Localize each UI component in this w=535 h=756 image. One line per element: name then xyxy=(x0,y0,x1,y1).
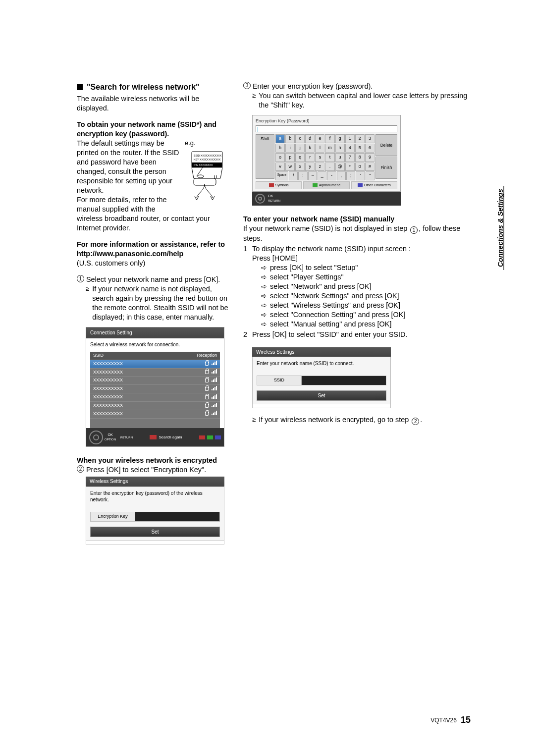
keyboard-key[interactable]: x xyxy=(295,162,305,171)
keyboard-key[interactable]: q xyxy=(295,153,305,162)
keyboard-key[interactable]: n xyxy=(335,144,345,153)
encryption-key-field[interactable] xyxy=(135,512,220,522)
step-3-text: Enter your encryption key (password). xyxy=(253,82,373,91)
color-buttons-icon xyxy=(199,435,221,439)
step-2-text: Press [OK] to select "Encryption Key". xyxy=(86,465,206,475)
keyboard-key[interactable]: : xyxy=(298,171,307,180)
keyboard-key[interactable]: z xyxy=(315,162,324,171)
step-1-sub: If your network name is not displayed, s… xyxy=(92,284,229,322)
keyboard-key[interactable]: / xyxy=(289,171,298,180)
delete-key[interactable]: Delete xyxy=(375,134,397,157)
tab-symbols[interactable]: Symbols xyxy=(256,181,302,189)
sub-step: press [OK] to select "Setup" xyxy=(270,263,358,272)
keyboard-key[interactable]: 7 xyxy=(345,153,355,162)
keyboard-key[interactable]: s xyxy=(315,153,324,162)
screen-prompt: Select a wireless network for connection… xyxy=(90,341,220,348)
tab-other[interactable]: Other Characters xyxy=(351,181,397,189)
section-tab: Connections & Settings xyxy=(496,186,504,270)
step-3-sub: You can switch between capital and lower… xyxy=(259,91,471,110)
keyboard-key[interactable]: f xyxy=(325,134,334,143)
keyboard-key[interactable]: 9 xyxy=(365,153,374,162)
keyboard-key[interactable]: 2 xyxy=(355,134,365,143)
page-footer: VQT4V26 15 xyxy=(430,715,471,725)
keyboard-key[interactable]: y xyxy=(305,162,315,171)
ssid-field[interactable] xyxy=(301,376,386,385)
keyboard-key[interactable]: Space xyxy=(275,171,288,180)
set-button[interactable]: Set xyxy=(90,527,220,537)
doc-code: VQT4V26 xyxy=(430,717,457,724)
intro-text: The available wireless networks will be … xyxy=(77,94,229,113)
dpad-icon xyxy=(89,431,103,444)
keyboard-key[interactable]: ; xyxy=(346,171,355,180)
keyboard-key[interactable]: - xyxy=(327,171,336,180)
keyboard-key[interactable]: j xyxy=(295,144,305,153)
lock-icon xyxy=(205,362,209,366)
arrow-icon: ➪ xyxy=(261,320,267,329)
encr-note: If your wireless network is encrypted, g… xyxy=(259,415,471,425)
arrow-icon: ➪ xyxy=(261,263,267,272)
keyboard-key[interactable]: d xyxy=(305,134,315,143)
keyboard-key[interactable]: , xyxy=(337,171,346,180)
keyboard-key[interactable]: 4 xyxy=(345,144,355,153)
svg-text:KEY XXXXXXXXXXXX: KEY XXXXXXXXXXXX xyxy=(194,158,221,161)
keyboard-key[interactable]: 5 xyxy=(355,144,365,153)
encrypted-heading: When your wireless network is encrypted xyxy=(77,456,229,465)
keyboard-key[interactable]: 0 xyxy=(355,162,365,171)
set-button[interactable]: Set xyxy=(257,390,386,401)
dpad-icon xyxy=(255,194,265,204)
keyboard-key[interactable]: k xyxy=(305,144,315,153)
keyboard-key[interactable]: o xyxy=(275,153,285,162)
keyboard-key[interactable]: p xyxy=(285,153,295,162)
manual-intro: If your network name (SSID) is not displ… xyxy=(243,224,471,243)
keyboard-key[interactable]: l xyxy=(315,144,324,153)
keyboard-key[interactable]: _ xyxy=(318,171,326,180)
bullet-icon: ≥ xyxy=(252,91,256,110)
obtain-heading: To obtain your network name (SSID*) and … xyxy=(77,120,229,139)
keyboard-key[interactable]: " xyxy=(366,171,374,180)
keyboard-key[interactable]: r xyxy=(305,153,315,162)
press-home: Press [HOME] xyxy=(243,254,471,263)
keyboard-key[interactable]: 8 xyxy=(355,153,365,162)
keyboard-key[interactable]: 6 xyxy=(365,144,374,153)
ssid-table: SSIDReception XXXXXXXXXX XXXXXXXXXX XXXX… xyxy=(90,352,220,429)
keyboard-key[interactable]: a xyxy=(275,134,285,143)
section-title: "Search for wireless network" xyxy=(77,82,229,92)
keyboard-key[interactable]: 3 xyxy=(365,134,374,143)
keyboard-key[interactable]: ~ xyxy=(308,171,317,180)
keyboard-key[interactable]: h xyxy=(275,144,285,153)
keyboard-key[interactable]: t xyxy=(325,153,334,162)
encryption-key-label: Encryption Key xyxy=(90,512,135,522)
keyboard-key[interactable]: g xyxy=(335,134,345,143)
step-1-icon: 1 xyxy=(77,275,84,282)
section-title-text: "Search for wireless network" xyxy=(87,82,200,92)
keyboard-key[interactable]: . xyxy=(325,162,334,171)
keyboard-key[interactable]: * xyxy=(345,162,355,171)
finish-key[interactable]: Finish xyxy=(375,157,397,179)
arrow-icon: ➪ xyxy=(261,272,267,282)
step-1-text: Select your network name and press [OK]. xyxy=(86,275,229,284)
keyboard-key[interactable]: m xyxy=(325,144,334,153)
keyboard-key[interactable]: u xyxy=(335,153,345,162)
keyboard-key[interactable]: e xyxy=(315,134,324,143)
shift-key[interactable]: Shift xyxy=(256,134,274,179)
router-illustration: e.g. SSID XXXXXXXXXXXX KEY XXXXXXXXXXXX … xyxy=(185,139,229,205)
more-info-link: For more information or assistance, refe… xyxy=(77,240,229,259)
keyboard-key[interactable]: i xyxy=(285,144,295,153)
keyboard-key[interactable]: b xyxy=(285,134,295,143)
ssid-label: SSID xyxy=(257,376,301,385)
keyboard-key[interactable]: v xyxy=(275,162,285,171)
keyboard-key[interactable]: # xyxy=(365,162,374,171)
keyboard-key[interactable]: ’ xyxy=(356,171,365,180)
svg-text:SSID XXXXXXXXXXXX: SSID XXXXXXXXXXXX xyxy=(194,154,222,157)
bullet-icon: ≥ xyxy=(86,284,89,322)
sub-step: select "Manual setting" and press [OK] xyxy=(270,320,391,329)
keyboard-key[interactable]: 1 xyxy=(345,134,355,143)
keyboard-key[interactable]: w xyxy=(285,162,295,171)
keyboard-input[interactable] xyxy=(256,125,397,132)
keyboard-key[interactable]: @ xyxy=(335,162,345,171)
tab-alphanumeric[interactable]: Alphanumeric xyxy=(303,181,349,189)
page-number: 15 xyxy=(461,715,471,725)
search-again-button[interactable]: Search again xyxy=(150,435,182,440)
keyboard-key[interactable]: c xyxy=(295,134,305,143)
keyboard-screen: Encryption Key (Password) Shift abcdefg1… xyxy=(252,115,401,205)
